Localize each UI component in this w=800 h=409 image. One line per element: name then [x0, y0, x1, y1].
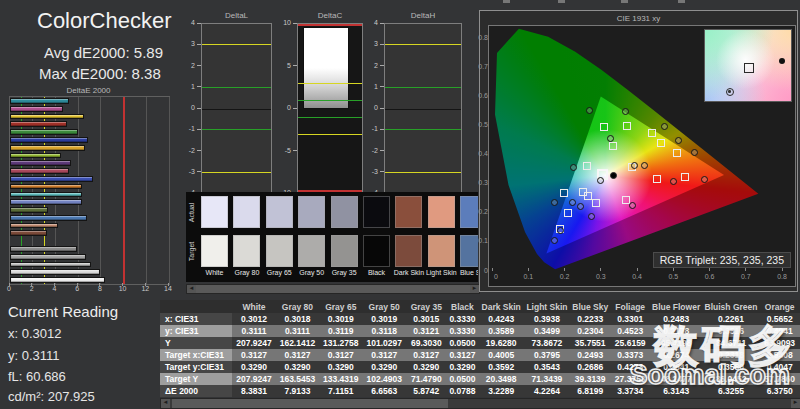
cie-y-tick-label: 0.6: [477, 92, 488, 99]
ref-line-yellow: [298, 134, 362, 135]
de-bar-moderate-red: [10, 168, 69, 174]
tick: [197, 65, 201, 66]
cie-x-tick: [673, 268, 674, 271]
scroll-left-arrow[interactable]: ◄: [161, 399, 170, 408]
tick: [197, 171, 201, 172]
table-cell: 6.8199: [570, 385, 611, 397]
swatch-label: Light Skin: [424, 269, 459, 276]
table-cell: 0.3111: [232, 325, 275, 337]
de-bar-green: [10, 129, 78, 135]
target-marker: [564, 209, 572, 217]
actual-swatch-light-skin: [428, 196, 455, 228]
target-marker: [609, 142, 617, 150]
row-label: ΔE 2000: [160, 385, 232, 397]
table-cell: 162.1412: [276, 337, 319, 349]
cie-x-tick: [492, 268, 493, 271]
target-marker: [583, 162, 591, 170]
inset-target-square: [744, 63, 754, 73]
table-cell: 0.3018: [276, 313, 319, 325]
table-cell: 25.6159: [611, 337, 650, 349]
tick: [197, 150, 201, 151]
cie-x-tick-label: 0.3: [592, 273, 610, 280]
swatch-scrollbar[interactable]: ◄►: [186, 284, 480, 294]
cie-x-tick: [637, 268, 638, 271]
scroll-left-arrow[interactable]: ◄: [187, 285, 196, 293]
column-header: Blue Sky: [570, 300, 611, 313]
table-cell: 0.3012: [232, 313, 275, 325]
page-title: ColorChecker: [37, 8, 172, 34]
scrollbar-thumb[interactable]: [172, 399, 448, 408]
swatch-label: Gray 65: [262, 269, 297, 276]
tick: [380, 108, 384, 109]
table-cell: 0.4523: [611, 325, 650, 337]
chart-title-deltah: DeltaH: [374, 11, 472, 20]
swatch-label: Dark Skin: [391, 269, 426, 276]
swatch-label: Gray 80: [229, 269, 264, 276]
ref-line-green: [298, 100, 362, 101]
column-header: Bluish Green: [703, 300, 760, 313]
deltaE-x-tick-label: 4: [46, 285, 62, 292]
table-cell: 0.3290: [447, 361, 478, 373]
inset-reading-dot: [728, 90, 731, 93]
watermark-soomal: Soomal.com: [629, 362, 790, 389]
de-bar-blue: [10, 137, 88, 143]
column-header: Gray 80: [276, 300, 319, 313]
table-cell: 133.4319: [319, 373, 362, 385]
table-cell: 0.3795: [524, 349, 569, 361]
scroll-right-arrow[interactable]: ►: [791, 399, 800, 408]
table-cell: 0.4005: [478, 349, 524, 361]
scroll-right-arrow[interactable]: ►: [470, 285, 479, 293]
target-marker: [657, 139, 665, 147]
de-bar-blue-flower: [10, 199, 82, 205]
target-marker: [623, 122, 631, 130]
scrollbar-thumb[interactable]: [196, 285, 470, 293]
tick-label: -2: [179, 147, 195, 154]
tick-label: -1: [362, 125, 378, 132]
table-cell: 35.7551: [570, 337, 611, 349]
target-swatch-gray-80: [233, 235, 260, 267]
table-cell: 0.3938: [524, 313, 569, 325]
measured-white-dot: [610, 172, 617, 179]
cie-x-tick: [600, 268, 601, 271]
tick-label: -3: [362, 168, 378, 175]
table-cell: 0.2493: [570, 349, 611, 361]
cie-diagram-panel: CIE 1931 xy RGB Triplet: 235, 235, 235 0…: [479, 10, 798, 292]
target-marker: [560, 189, 568, 197]
deltah-chart: [384, 23, 462, 193]
swatch-label: Gray 50: [294, 269, 329, 276]
ref-line-green: [298, 117, 362, 118]
table-cell: 8.3831: [232, 385, 275, 397]
table-cell: 39.3139: [570, 373, 611, 385]
tick-label: -5: [275, 147, 291, 154]
tick-label: 0: [362, 104, 378, 111]
table-scrollbar[interactable]: ◄►: [160, 398, 800, 409]
cie-x-tick-label: 0.8: [773, 273, 791, 280]
deltaE-x-tick-label: 14: [160, 285, 176, 292]
target-marker: [600, 123, 608, 131]
tick-label: 2: [362, 62, 378, 69]
tick-label: 0: [275, 104, 291, 111]
table-cell: 0.3499: [524, 325, 569, 337]
cie-x-tick: [564, 268, 565, 271]
cie-plot: RGB Triplet: 235, 235, 235 00.10.20.30.4…: [488, 25, 796, 287]
tick-label: -2: [362, 147, 378, 154]
cie-x-tick: [782, 268, 783, 271]
table-cell: 102.4903: [363, 373, 406, 385]
cie-x-tick-label: 0.6: [701, 273, 719, 280]
target-swatch-dark-skin: [395, 235, 422, 267]
de-bar-gray-80: [10, 269, 100, 275]
cie-x-tick-label: 0.4: [628, 273, 646, 280]
table-cell: 19.6280: [478, 337, 524, 349]
tick: [380, 150, 384, 151]
table-cell: 7.1151: [319, 385, 362, 397]
ref-line-yellow: [385, 172, 461, 173]
cie-y-tick-label: 0: [477, 267, 488, 274]
chart-title-deltal: DeltaL: [191, 11, 282, 20]
actual-swatch-black: [363, 196, 390, 228]
de-bar-purplish-blue: [10, 176, 93, 182]
table-cell: 0.3543: [524, 361, 569, 373]
tick: [380, 23, 384, 24]
table-cell: 0.3127: [447, 349, 478, 361]
ref-line-yellow: [298, 83, 362, 84]
target-swatch-gray-50: [298, 235, 325, 267]
